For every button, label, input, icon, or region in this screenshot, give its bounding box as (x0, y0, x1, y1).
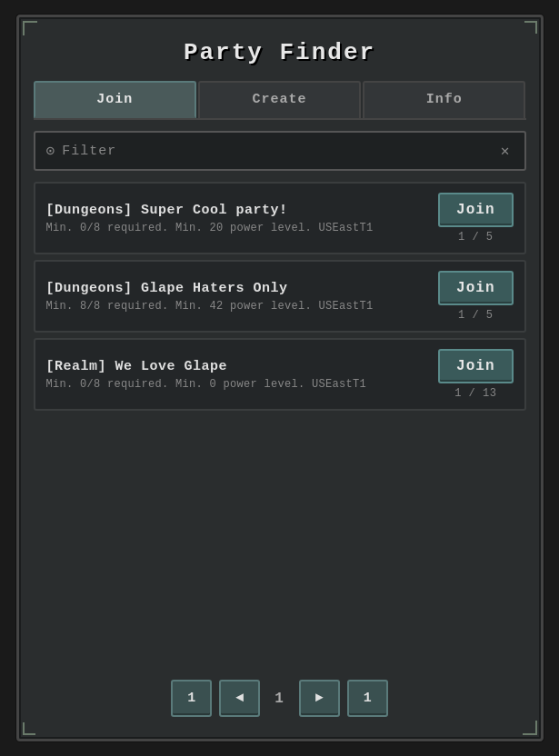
corner-decoration-tr (524, 21, 537, 34)
party-actions: Join 1 / 5 (438, 193, 513, 244)
party-list: [Dungeons] Super Cool party! Min. 0/8 re… (34, 182, 526, 411)
party-details: Min. 8/8 required. Min. 42 power level. … (46, 300, 430, 313)
party-details: Min. 0/8 required. Min. 20 power level. … (46, 222, 430, 234)
party-count: 1 / 13 (454, 387, 496, 400)
clear-search-button[interactable]: ✕ (497, 140, 514, 162)
tab-join[interactable]: Join (34, 81, 196, 118)
tab-bar: Join Create Info (34, 81, 526, 120)
party-item: [Dungeons] Glape Haters Only Min. 8/8 re… (34, 260, 526, 333)
search-icon: ⊙ (46, 142, 55, 160)
party-name: [Dungeons] Glape Haters Only (46, 281, 430, 296)
party-info: [Realm] We Love Glape Min. 0/8 required.… (46, 359, 430, 391)
join-button[interactable]: Join (438, 349, 513, 383)
first-page-button[interactable]: 1 (171, 680, 212, 717)
party-actions: Join 1 / 5 (438, 271, 513, 322)
party-actions: Join 1 / 13 (438, 349, 513, 400)
party-name: [Dungeons] Super Cool party! (46, 203, 430, 218)
party-finder-window: Party Finder Join Create Info ⊙ ✕ [Dunge… (16, 15, 544, 741)
search-bar: ⊙ ✕ (34, 131, 526, 171)
window-title: Party Finder (34, 32, 526, 70)
party-item: [Dungeons] Super Cool party! Min. 0/8 re… (34, 182, 526, 254)
party-info: [Dungeons] Super Cool party! Min. 0/8 re… (46, 203, 430, 234)
search-input[interactable] (62, 144, 490, 159)
tab-create[interactable]: Create (198, 81, 361, 118)
next-page-button[interactable]: ► (299, 680, 340, 717)
current-page: 1 (267, 691, 292, 707)
party-info: [Dungeons] Glape Haters Only Min. 8/8 re… (46, 281, 430, 313)
prev-page-button[interactable]: ◄ (219, 680, 260, 717)
party-details: Min. 0/8 required. Min. 0 power level. U… (46, 378, 430, 391)
last-page-button[interactable]: 1 (347, 680, 388, 717)
join-button[interactable]: Join (438, 193, 513, 227)
party-count: 1 / 5 (458, 309, 494, 322)
join-button[interactable]: Join (438, 271, 513, 305)
corner-decoration-bl (23, 722, 35, 735)
tab-info[interactable]: Info (363, 81, 525, 118)
party-name: [Realm] We Love Glape (46, 359, 430, 374)
spacer (34, 422, 526, 669)
pagination: 1 ◄ 1 ► 1 (34, 680, 526, 724)
party-item: [Realm] We Love Glape Min. 0/8 required.… (34, 338, 526, 411)
party-count: 1 / 5 (458, 231, 494, 244)
